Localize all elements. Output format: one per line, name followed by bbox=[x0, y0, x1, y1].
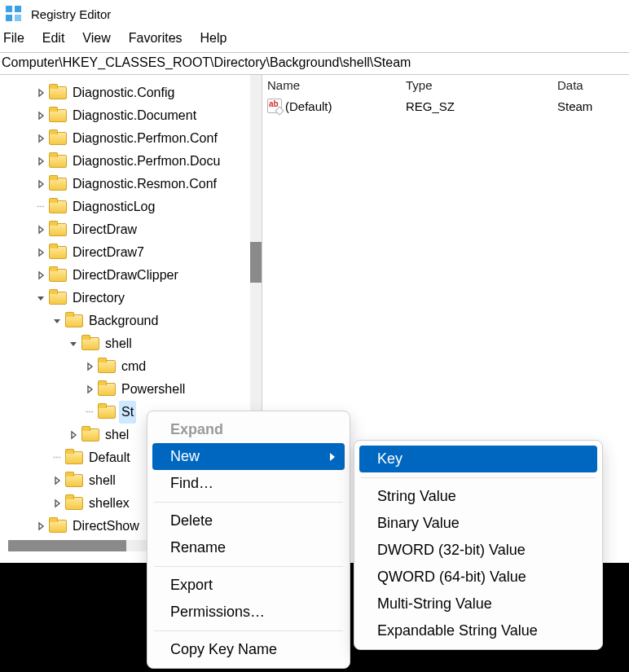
tree-vscroll-thumb[interactable] bbox=[250, 242, 262, 283]
value-row[interactable]: (Default) REG_SZ Steam bbox=[262, 97, 629, 115]
tree-node[interactable]: DirectDraw7 bbox=[0, 241, 262, 264]
ctx-permissions[interactable]: Permissions… bbox=[152, 599, 345, 626]
twisty-icon[interactable] bbox=[33, 521, 49, 531]
tree-node[interactable]: shell bbox=[0, 332, 262, 355]
tree-node-label: DirectShow bbox=[70, 515, 142, 538]
value-columns[interactable]: Name Type Data bbox=[262, 75, 629, 97]
folder-icon bbox=[65, 497, 81, 510]
ctx-delete[interactable]: Delete bbox=[152, 507, 345, 534]
menu-favorites[interactable]: Favorites bbox=[129, 31, 183, 46]
tree-node-label: Diagnostic.Perfmon.Docu bbox=[70, 150, 222, 173]
ctx-new-dword[interactable]: DWORD (32-bit) Value bbox=[359, 537, 597, 564]
menu-file[interactable]: File bbox=[3, 31, 24, 46]
folder-icon bbox=[49, 246, 65, 259]
folder-icon bbox=[81, 337, 98, 350]
svg-rect-0 bbox=[6, 6, 12, 12]
column-data[interactable]: Data bbox=[557, 78, 629, 92]
tree-node[interactable]: Directory bbox=[0, 287, 262, 310]
tree-node-label: Diagnostic.Resmon.Conf bbox=[70, 173, 219, 195]
tree-node[interactable]: Diagnostic.Perfmon.Docu bbox=[0, 150, 262, 173]
folder-icon bbox=[98, 383, 114, 396]
ctx-rename[interactable]: Rename bbox=[152, 534, 345, 561]
twisty-icon[interactable] bbox=[33, 156, 49, 166]
folder-icon bbox=[49, 269, 65, 282]
tree-node-label: DirectDraw bbox=[70, 218, 139, 241]
tree-node[interactable]: cmd bbox=[0, 355, 262, 378]
address-path: Computer\HKEY_CLASSES_ROOT\Directory\Bac… bbox=[2, 55, 411, 69]
svg-rect-1 bbox=[15, 6, 21, 12]
twisty-icon[interactable] bbox=[33, 293, 49, 303]
folder-icon bbox=[49, 109, 65, 122]
twisty-icon[interactable] bbox=[33, 248, 49, 257]
tree-node-label: shell bbox=[86, 469, 118, 492]
tree-node[interactable]: Diagnostic.Perfmon.Conf bbox=[0, 127, 262, 150]
app-icon bbox=[5, 5, 23, 23]
ctx-new-binary[interactable]: Binary Value bbox=[359, 510, 597, 537]
twisty-icon[interactable] bbox=[81, 362, 98, 371]
twisty-icon[interactable] bbox=[65, 339, 81, 349]
tree-node-label: DiagnosticLog bbox=[70, 195, 157, 218]
tree-hscroll-thumb[interactable] bbox=[8, 540, 126, 551]
twisty-icon[interactable] bbox=[33, 111, 49, 121]
folder-icon bbox=[49, 200, 65, 213]
column-name[interactable]: Name bbox=[267, 78, 406, 92]
twisty-icon[interactable] bbox=[33, 179, 49, 189]
tree-node[interactable]: Diagnostic.Document bbox=[0, 104, 262, 127]
tree-node[interactable]: ┄DiagnosticLog bbox=[0, 195, 262, 218]
tree-node-label: Powershell bbox=[119, 378, 187, 401]
ctx-export[interactable]: Export bbox=[152, 572, 345, 599]
twisty-icon[interactable] bbox=[33, 134, 49, 143]
chevron-right-icon bbox=[328, 453, 336, 461]
column-type[interactable]: Type bbox=[406, 78, 557, 92]
folder-icon bbox=[98, 360, 114, 373]
ctx-find[interactable]: Find… bbox=[152, 470, 345, 497]
folder-icon bbox=[65, 474, 81, 487]
folder-icon bbox=[98, 406, 114, 419]
twisty-icon[interactable] bbox=[65, 430, 81, 440]
ctx-new-string[interactable]: String Value bbox=[359, 483, 597, 510]
folder-icon bbox=[49, 155, 65, 168]
tree-guide: ┄ bbox=[33, 195, 49, 218]
svg-rect-3 bbox=[15, 15, 21, 21]
ctx-expand[interactable]: Expand bbox=[152, 416, 345, 443]
tree-node[interactable]: Powershell bbox=[0, 378, 262, 401]
tree-guide: ┄ bbox=[49, 446, 65, 469]
tree-node[interactable]: DirectDraw bbox=[0, 218, 262, 241]
menu-help[interactable]: Help bbox=[200, 31, 227, 46]
twisty-icon[interactable] bbox=[49, 499, 65, 508]
title-bar: Registry Editor bbox=[0, 0, 629, 26]
tree-node[interactable]: Diagnostic.Resmon.Conf bbox=[0, 173, 262, 195]
menu-view[interactable]: View bbox=[82, 31, 110, 46]
twisty-icon[interactable] bbox=[49, 316, 65, 326]
value-type: REG_SZ bbox=[406, 99, 557, 113]
tree-node[interactable]: Background bbox=[0, 310, 262, 332]
menu-bar: File Edit View Favorites Help bbox=[0, 26, 629, 52]
ctx-new[interactable]: New bbox=[152, 443, 345, 470]
ctx-new-qword[interactable]: QWORD (64-bit) Value bbox=[359, 564, 597, 591]
tree-guide: ┄ bbox=[81, 401, 98, 424]
tree-node[interactable]: DirectDrawClipper bbox=[0, 264, 262, 287]
folder-icon bbox=[81, 428, 98, 441]
menu-edit[interactable]: Edit bbox=[42, 31, 65, 46]
address-bar[interactable]: Computer\HKEY_CLASSES_ROOT\Directory\Bac… bbox=[0, 52, 629, 75]
context-submenu-new: Key String Value Binary Value DWORD (32-… bbox=[354, 440, 603, 650]
folder-icon bbox=[65, 451, 81, 464]
twisty-icon[interactable] bbox=[33, 225, 49, 235]
folder-icon bbox=[49, 86, 65, 99]
ctx-new-key[interactable]: Key bbox=[359, 446, 597, 472]
tree-node-label: cmd bbox=[119, 355, 148, 378]
twisty-icon[interactable] bbox=[81, 384, 98, 394]
tree-node-label: Diagnostic.Config bbox=[70, 81, 177, 104]
twisty-icon[interactable] bbox=[33, 88, 49, 98]
tree-node[interactable]: Diagnostic.Config bbox=[0, 81, 262, 104]
twisty-icon[interactable] bbox=[33, 270, 49, 280]
twisty-icon[interactable] bbox=[49, 476, 65, 485]
context-menu: Expand New Find… Delete Rename Export Pe… bbox=[147, 411, 350, 669]
value-name: (Default) bbox=[285, 99, 332, 113]
ctx-new-expand[interactable]: Expandable String Value bbox=[359, 617, 597, 644]
ctx-copy-key-name[interactable]: Copy Key Name bbox=[152, 636, 345, 663]
ctx-separator bbox=[154, 566, 343, 567]
folder-icon bbox=[49, 132, 65, 145]
folder-icon bbox=[49, 520, 65, 533]
ctx-new-multi[interactable]: Multi-String Value bbox=[359, 591, 597, 617]
